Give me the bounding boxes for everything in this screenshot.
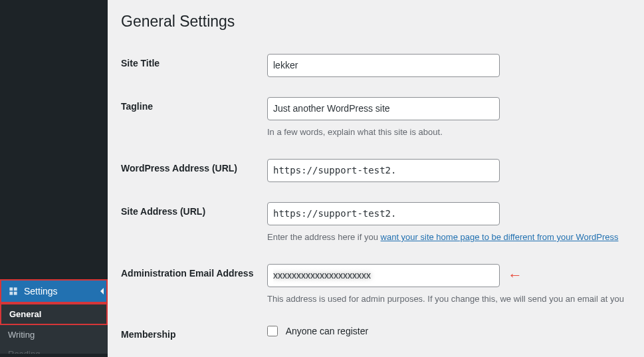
arrow-right-icon	[100, 288, 104, 295]
admin-email-input[interactable]	[267, 264, 500, 287]
membership-checkbox[interactable]	[267, 326, 278, 336]
svg-rect-0	[9, 287, 13, 291]
admin-email-description: This address is used for admin purposes.…	[267, 293, 631, 306]
site-url-desc-prefix: Enter the address here if you	[267, 232, 381, 242]
sidebar-item-label: Settings	[24, 286, 58, 297]
svg-rect-3	[14, 292, 17, 295]
sidebar-subitem-general[interactable]: General	[0, 303, 108, 325]
wp-url-input[interactable]	[267, 159, 500, 182]
site-title-input[interactable]	[267, 54, 500, 77]
main-content: General Settings Site Title Tagline In a…	[108, 0, 644, 357]
site-url-input[interactable]	[267, 202, 500, 225]
site-url-desc-link[interactable]: want your site home page to be different…	[381, 232, 619, 242]
annotation-arrow-icon: ←	[508, 268, 522, 283]
settings-form-table: Site Title Tagline In a few words, expla…	[121, 44, 631, 357]
site-title-label: Site Title	[121, 58, 160, 68]
tagline-label: Tagline	[121, 101, 153, 112]
site-url-label: Site Address (URL)	[121, 206, 205, 217]
admin-sidebar: Settings General Writing Reading	[0, 0, 108, 357]
membership-checkbox-label: Anyone can register	[286, 326, 369, 336]
admin-email-label: Administration Email Address	[121, 268, 253, 279]
svg-rect-1	[14, 287, 17, 291]
tagline-input[interactable]	[267, 97, 500, 120]
page-title: General Settings	[121, 7, 631, 44]
svg-rect-2	[9, 292, 13, 295]
sidebar-subitem-writing[interactable]: Writing	[0, 325, 108, 344]
settings-icon	[8, 286, 19, 297]
tagline-description: In a few words, explain what this site i…	[267, 126, 631, 139]
membership-checkbox-wrapper[interactable]: Anyone can register	[267, 325, 368, 335]
wp-url-label: WordPress Address (URL)	[121, 163, 237, 174]
site-url-description: Enter the address here if you want your …	[267, 231, 631, 244]
sidebar-subitem-reading[interactable]: Reading	[0, 344, 108, 354]
membership-label: Membership	[121, 329, 175, 340]
sidebar-item-settings[interactable]: Settings	[0, 279, 108, 303]
sidebar-submenu: General Writing Reading	[0, 303, 108, 354]
